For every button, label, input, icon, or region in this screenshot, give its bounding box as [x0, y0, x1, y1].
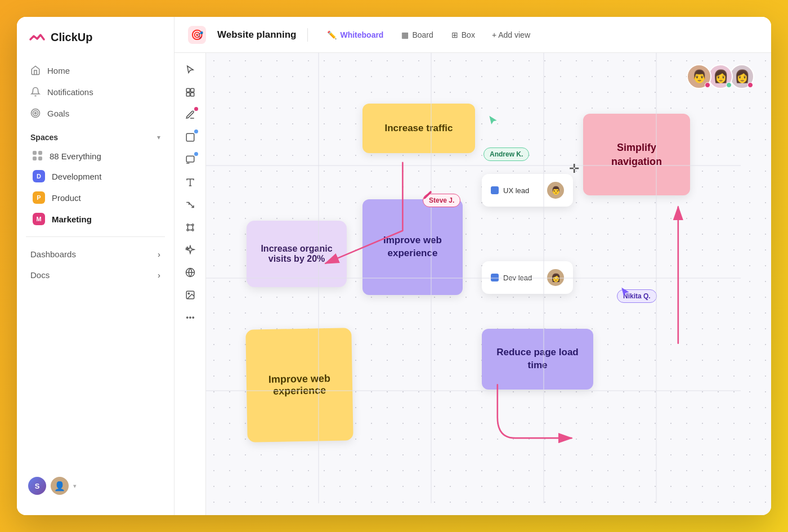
development-label: Development: [52, 172, 101, 181]
svg-point-12: [187, 224, 189, 226]
marketing-label: Marketing: [52, 214, 92, 224]
arrow-icon: [185, 200, 195, 210]
clickup-logo-icon: [28, 28, 46, 46]
note-icon: [185, 155, 195, 165]
select-tool[interactable]: [180, 82, 200, 102]
user-dropdown-icon: ▾: [73, 482, 77, 490]
add-view-label: + Add view: [492, 30, 530, 39]
note-improve-web-2-text: Improve web experience: [257, 373, 343, 398]
spaces-title: Spaces: [30, 133, 58, 142]
app-container: ClickUp Home Notifications: [17, 17, 771, 515]
dev-lead-avatar: 👩: [547, 269, 564, 286]
more-tool[interactable]: [180, 307, 200, 328]
pen-tool[interactable]: [180, 105, 200, 125]
globe-tool[interactable]: [180, 262, 200, 283]
add-view-button[interactable]: + Add view: [485, 27, 537, 43]
dev-lead-label: Dev lead: [503, 274, 532, 282]
sidebar-dashboards[interactable]: Dashboards ›: [17, 244, 174, 265]
main-layout: ClickUp Home Notifications: [17, 17, 771, 515]
svg-rect-5: [186, 93, 190, 96]
globe-icon: [185, 267, 195, 278]
arrow-tool[interactable]: [180, 195, 200, 215]
marketing-icon: M: [33, 213, 45, 225]
ux-lead-square: [491, 186, 499, 194]
tab-box[interactable]: ⊞ Box: [444, 27, 483, 43]
note-simplify-nav[interactable]: Simplify navigation: [583, 114, 690, 195]
svg-point-13: [192, 224, 194, 226]
text-icon: [185, 177, 195, 187]
card-ux-lead[interactable]: UX lead 👨: [482, 174, 573, 207]
goals-icon: [30, 108, 41, 118]
nav-goals[interactable]: Goals: [24, 102, 167, 124]
note-tool[interactable]: [180, 150, 200, 170]
dev-lead-row: Dev lead 👩: [491, 269, 564, 286]
note-improve-web-1[interactable]: Improve web experience: [362, 199, 463, 295]
badge-nikita: Nikita Q.: [617, 289, 657, 303]
canvas[interactable]: 👨 👩 👩: [206, 53, 771, 515]
text-tool[interactable]: [180, 172, 200, 193]
nav-section: Home Notifications Goals: [17, 60, 174, 124]
box-tab-label: Box: [462, 30, 475, 39]
board-tab-label: Board: [412, 30, 433, 39]
home-icon: [30, 65, 41, 75]
note-increase-organic-text: Increase organic visits by 20%: [254, 244, 339, 264]
svg-rect-3: [186, 88, 190, 92]
badge-steve-text: Steve J.: [429, 196, 454, 204]
cursor-icon: [185, 65, 195, 75]
toolbar: [174, 53, 206, 515]
image-icon: [185, 290, 195, 300]
content-area: 🎯 Website planning ✏️ Whiteboard ▦ Board…: [174, 17, 771, 515]
note-increase-traffic[interactable]: Increase traffic: [362, 104, 475, 153]
tab-whiteboard[interactable]: ✏️ Whiteboard: [319, 27, 391, 43]
shape-icon: [185, 132, 195, 142]
whiteboard-area[interactable]: 👨 👩 👩: [174, 53, 771, 515]
canvas-users: 👨 👩 👩: [687, 64, 754, 89]
svg-point-24: [186, 317, 187, 318]
connect-tool[interactable]: [180, 217, 200, 238]
note-simplify-nav-text: Simplify navigation: [592, 141, 681, 168]
badge-andrew-text: Andrew K.: [490, 150, 523, 158]
nav-home[interactable]: Home: [24, 60, 167, 81]
note-reduce-page[interactable]: Reduce page load time: [482, 329, 593, 390]
cursor-tool[interactable]: [180, 60, 200, 80]
badge-nikita-text: Nikita Q.: [623, 292, 651, 300]
image-tool[interactable]: [180, 285, 200, 305]
bell-icon: [30, 87, 41, 97]
card-dev-lead[interactable]: Dev lead 👩: [482, 261, 573, 294]
product-label: Product: [52, 193, 81, 203]
dashboards-chevron-icon: ›: [158, 249, 160, 259]
sidebar-divider: [26, 236, 165, 237]
dashboards-label: Dashboards: [30, 249, 76, 259]
nav-notifications[interactable]: Notifications: [24, 81, 167, 102]
note-increase-organic[interactable]: Increase organic visits by 20%: [247, 221, 347, 287]
sidebar-item-development[interactable]: D Development: [19, 166, 172, 187]
canvas-avatar-2: 👩: [708, 64, 733, 89]
canvas-avatar-3: 👩: [729, 64, 754, 89]
pen-icon: [185, 110, 195, 120]
sidebar-item-product[interactable]: P Product: [19, 187, 172, 208]
sidebar-docs[interactable]: Docs ›: [17, 265, 174, 285]
sparkle-tool[interactable]: [180, 240, 200, 260]
sidebar-item-everything[interactable]: 88 Everything: [19, 146, 172, 166]
select-icon: [185, 87, 195, 97]
sidebar-item-marketing[interactable]: M Marketing: [19, 208, 172, 230]
cursor-andrew: [487, 115, 499, 128]
svg-point-14: [187, 229, 189, 231]
sidebar: ClickUp Home Notifications: [17, 17, 174, 515]
project-icon: 🎯: [188, 26, 206, 44]
svg-rect-4: [190, 88, 194, 92]
tab-board[interactable]: ▦ Board: [393, 27, 441, 43]
svg-point-2: [35, 113, 37, 114]
box-tab-icon: ⊞: [451, 30, 458, 39]
more-icon: [185, 312, 195, 323]
note-improve-web-2[interactable]: Improve web experience: [245, 328, 353, 442]
docs-label: Docs: [30, 270, 50, 280]
everything-icon: [33, 151, 43, 161]
ux-lead-label: UX lead: [503, 186, 529, 195]
app-name: ClickUp: [51, 31, 92, 44]
view-tabs: ✏️ Whiteboard ▦ Board ⊞ Box + Add view: [319, 27, 537, 43]
shape-tool[interactable]: [180, 127, 200, 147]
svg-rect-7: [186, 133, 194, 141]
product-icon: P: [33, 191, 45, 204]
header-divider: [307, 28, 308, 42]
